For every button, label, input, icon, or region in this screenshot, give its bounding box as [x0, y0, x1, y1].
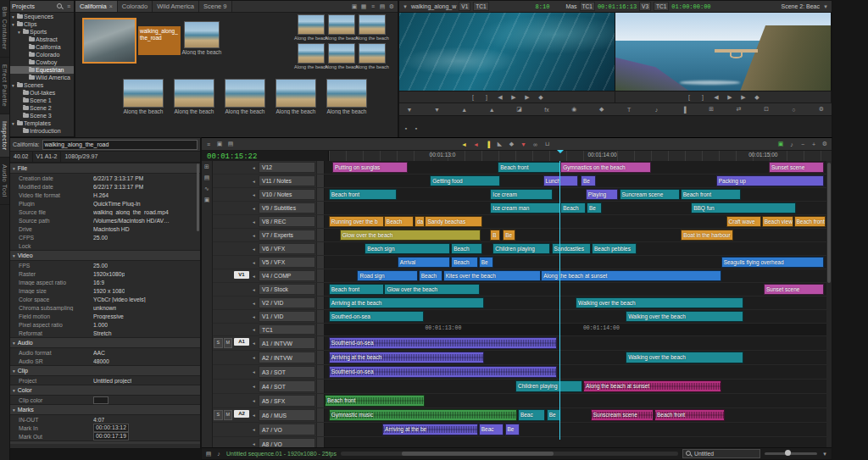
timeline-clip-children-playing[interactable]: Children playing: [492, 243, 550, 254]
timeline-clip-da[interactable]: da: [415, 216, 425, 227]
audio-meter-icon[interactable]: ♪: [788, 140, 795, 148]
inspector-section-time[interactable]: ▾Time: [10, 441, 200, 444]
timeline-clip-getting-food[interactable]: Getting food: [430, 175, 500, 186]
timeline-clip-arriving-at-the-be[interactable]: Arriving at the be: [382, 424, 477, 435]
timeline-clip-gymnastics-on-the-beach[interactable]: Gymnastics on the beach: [560, 162, 651, 173]
clip-thumbnail-along-the-beach[interactable]: [275, 79, 316, 108]
audio-track-toggle-icon[interactable]: ♪: [215, 450, 222, 458]
mark-out-icon[interactable]: ]: [483, 93, 490, 102]
track-selector-button[interactable]: V12: [259, 162, 315, 173]
timeline-clip-walking-over-the-beach[interactable]: Walking over the beach: [626, 311, 743, 322]
timeline-clip-craft-wave[interactable]: Craft wave: [726, 216, 761, 227]
track-monitor-icon[interactable]: ◂: [250, 283, 258, 296]
trim-roller-icon[interactable]: ▐: [485, 140, 492, 148]
sync-lock-cell[interactable]: [316, 161, 324, 174]
timeline-zoom-slider[interactable]: [765, 452, 817, 455]
sync-lock-cell[interactable]: [316, 188, 324, 201]
timeline-clip-sandy-beachas[interactable]: Sandy beachas: [425, 216, 482, 227]
sync-lock-cell[interactable]: [316, 336, 324, 350]
source-clip-name[interactable]: walking_along_w: [411, 3, 456, 9]
clip-thumbnail-along-the-beach[interactable]: [298, 14, 325, 35]
close-icon[interactable]: ×: [109, 3, 113, 9]
zoom-out-icon[interactable]: −: [799, 140, 806, 148]
sync-lock-cell[interactable]: [316, 351, 324, 364]
track-selector-button[interactable]: A2 / INTVW: [259, 352, 315, 363]
track-selector-button[interactable]: V1 / VID: [259, 311, 315, 322]
timeline-clip-ice-cream-man[interactable]: Ice cream man: [490, 202, 560, 213]
track-lane-tc1[interactable]: 00:01:13:0000:01:14:00: [325, 324, 826, 335]
zoom-in-icon[interactable]: +: [810, 140, 817, 148]
track-selector-button[interactable]: TC1: [259, 324, 315, 335]
track-selector-button[interactable]: V11 / Notes: [259, 175, 315, 186]
sync-lock-cell[interactable]: [316, 175, 324, 187]
tree-item-wild-america[interactable]: Wild America: [10, 74, 74, 81]
tree-item-scene-1[interactable]: Scene 1: [10, 97, 74, 104]
track-selector-button[interactable]: V9 / Subtitles: [259, 202, 315, 213]
color-correction-icon[interactable]: ◉: [570, 105, 577, 114]
track-lane-a6[interactable]: Gymnastic musicBeacBeSunscream sceneBeac…: [325, 408, 826, 422]
source-tc-badge[interactable]: TC1: [473, 2, 488, 11]
timeline-clip-southed-on-sea[interactable]: Southed-on-sea: [329, 311, 424, 322]
clip-thumbnail-along-the-beach[interactable]: [225, 79, 265, 108]
sync-lock-cell[interactable]: [316, 215, 324, 228]
timeline-clip-beach-front[interactable]: Beach front: [325, 395, 425, 407]
splice-in-icon[interactable]: ▼: [406, 105, 413, 114]
timeline-clip-be[interactable]: Be: [479, 257, 494, 268]
timeline-clip-beach[interactable]: Beach: [560, 202, 586, 213]
tree-item-introduction[interactable]: Introduction: [10, 127, 74, 135]
timeline-clip-road-sign[interactable]: Road sign: [357, 270, 417, 281]
track-lane-a5[interactable]: Beach front: [325, 394, 826, 407]
timeline-clip-beach-front[interactable]: Beach front: [329, 284, 384, 295]
sync-lock-cell[interactable]: [316, 423, 324, 436]
clip-thumbnail-along-the-beach[interactable]: [123, 79, 164, 108]
timeline-search-box[interactable]: Untitled: [682, 449, 760, 458]
timeline-clip-glow-over-the-beach[interactable]: Glow over the beach: [384, 284, 479, 295]
mark-out-icon[interactable]: ]: [699, 93, 706, 102]
sync-lock-cell[interactable]: [316, 242, 324, 255]
mark-in-icon[interactable]: [: [686, 93, 693, 102]
track-lane-a7[interactable]: Arriving at the beBeacBe: [325, 423, 826, 436]
timeline-clip-southend-on-sea[interactable]: Southend-on-sea: [329, 366, 557, 378]
tree-item-abstract[interactable]: Abstract: [10, 36, 74, 43]
playhead[interactable]: [559, 161, 560, 440]
video-quality-icon[interactable]: ▣: [777, 140, 784, 148]
sync-lock-cell[interactable]: [316, 202, 324, 214]
timeline-settings-icon[interactable]: ⚙: [821, 140, 828, 148]
track-monitor-icon[interactable]: ◂: [250, 215, 258, 228]
timeline-clip-beach[interactable]: Beach: [451, 257, 477, 268]
segment-insert-icon[interactable]: ◄: [461, 140, 468, 148]
inspector-scrollbar[interactable]: [197, 163, 199, 231]
marker-icon[interactable]: ▼: [520, 140, 527, 148]
tree-item-out-takes[interactable]: Out-takes: [10, 89, 74, 97]
fullscreen-icon[interactable]: ⊡: [763, 105, 770, 114]
settings-icon[interactable]: ⚙: [818, 105, 825, 114]
track-lane-v8[interactable]: Running over the bBeachdaSandy beachasCr…: [325, 215, 826, 228]
timeline-clip-beach[interactable]: Beach: [384, 216, 415, 227]
step-forward-icon[interactable]: ▶: [740, 93, 747, 102]
timeline-clip-beach-pebbles[interactable]: Beach pebbles: [592, 243, 637, 254]
track-lane-v5[interactable]: ArrivalBeachBeSeagulls flying overhead: [325, 256, 826, 269]
timeline-clip-sandcastles[interactable]: Sandcastles: [552, 243, 591, 254]
track-monitor-icon[interactable]: ◂: [250, 423, 258, 436]
clip-thumbnail-along-the-beach[interactable]: [298, 43, 325, 64]
title-tool-icon[interactable]: T: [626, 105, 632, 114]
sync-lock-cell[interactable]: [316, 380, 324, 393]
side-tab-bin-container[interactable]: Bin Container: [0, 0, 9, 58]
timeline-horizontal-scrollbar[interactable]: [341, 452, 678, 456]
grid-icon[interactable]: ⊞: [708, 105, 715, 114]
play-icon[interactable]: ▶: [510, 93, 517, 102]
tree-item-sequences[interactable]: ▾Sequences: [10, 13, 74, 20]
step-forward-icon[interactable]: ▶: [524, 93, 531, 102]
record-tc-badge[interactable]: TC1: [580, 2, 595, 11]
track-selector-button[interactable]: A6 / MUS: [259, 409, 315, 421]
clip-thumbnail-along-the-beach[interactable]: [184, 21, 220, 48]
track-selector-button[interactable]: V2 / VID: [259, 297, 315, 308]
focus-icon[interactable]: ▣: [216, 140, 223, 148]
track-selector-button[interactable]: V7 / Experts: [259, 230, 315, 241]
track-panel-icon[interactable]: ▤: [227, 140, 234, 148]
track-monitor-icon[interactable]: ◂: [250, 242, 258, 255]
track-lane-v11[interactable]: Getting foodLunchBePacking up: [325, 175, 826, 187]
timeline-clip-bbq-fun[interactable]: BBQ fun: [691, 202, 796, 213]
clip-thumbnail-along-the-beach[interactable]: [326, 79, 367, 108]
track-monitor-icon[interactable]: ◂: [250, 310, 258, 323]
